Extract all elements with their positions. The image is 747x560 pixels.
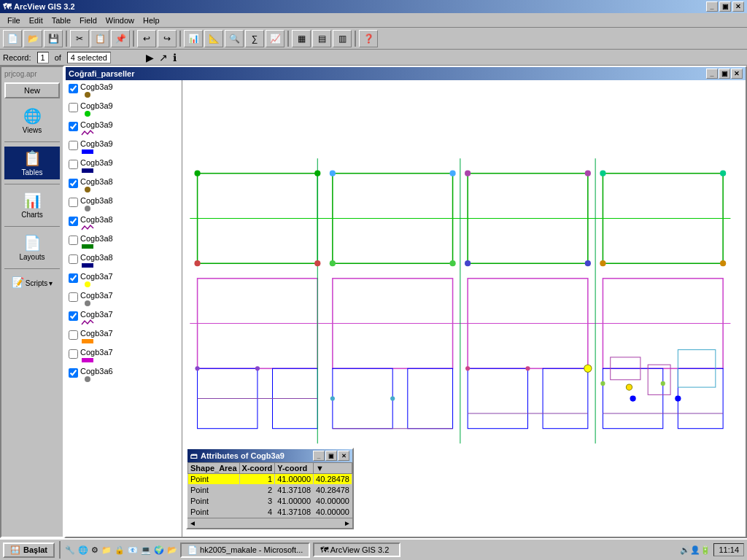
layer-item-1[interactable]: Cogb3a9 xyxy=(67,101,180,120)
toolbar-b2[interactable]: ▤ xyxy=(312,30,331,47)
layer-item-14[interactable]: Cogb3a7 xyxy=(67,347,180,366)
nav-pointer[interactable]: ▶ xyxy=(146,52,154,63)
toolbar-cut[interactable]: ✂ xyxy=(70,30,89,47)
menu-edit[interactable]: Edit xyxy=(25,15,47,26)
tray-icon7: 💻 xyxy=(141,545,151,555)
attr-row-2[interactable]: Point341.0000040.00000 xyxy=(188,496,352,507)
attr-row-0[interactable]: Point141.0000040.28478 xyxy=(188,474,352,485)
views-item[interactable]: 🌐 Views xyxy=(4,104,60,137)
start-button[interactable]: 🪟 Başlat xyxy=(3,542,55,558)
hscroll-left[interactable]: ◄ xyxy=(189,519,196,527)
attr-minimize[interactable]: _ xyxy=(313,451,325,461)
attr-row-1[interactable]: Point241.3710840.28478 xyxy=(188,485,352,496)
taskbar-arcview[interactable]: 🗺 ArcView GIS 3.2 xyxy=(313,542,400,557)
maximize-button[interactable]: ▣ xyxy=(719,1,731,12)
menu-table[interactable]: Table xyxy=(47,15,75,26)
toolbar-b1[interactable]: ▦ xyxy=(292,30,311,47)
minimize-button[interactable]: _ xyxy=(706,1,718,12)
cografi-close[interactable]: ✕ xyxy=(731,69,743,79)
hscroll-track[interactable] xyxy=(198,521,342,526)
layer-item-13[interactable]: Cogb3a7 xyxy=(67,328,180,347)
toolbar-stats[interactable]: 📈 xyxy=(266,30,285,47)
cografi-maximize[interactable]: ▣ xyxy=(719,69,730,79)
layer-checkbox-14[interactable] xyxy=(69,349,78,359)
layer-checkbox-7[interactable] xyxy=(69,217,78,226)
layouts-item[interactable]: 📄 Layouts xyxy=(4,231,60,264)
toolbar-copy[interactable]: 📋 xyxy=(90,30,109,47)
svg-point-39 xyxy=(465,171,471,176)
layer-checkbox-12[interactable] xyxy=(69,311,78,321)
hscroll-right[interactable]: ► xyxy=(344,519,351,527)
toolbar-new[interactable]: 📄 xyxy=(3,30,22,47)
nav-select[interactable]: ↗ xyxy=(159,52,168,63)
toolbar-help[interactable]: ❓ xyxy=(359,30,378,47)
map-area[interactable]: 🗃 Attributes of Cogb3a9 _ ▣ ✕ Shap xyxy=(182,80,746,537)
toolbar-save[interactable]: 💾 xyxy=(44,30,63,47)
toolbar-paste[interactable]: 📌 xyxy=(111,30,130,47)
layer-item-12[interactable]: Cogb3a7 xyxy=(67,309,180,328)
layer-checkbox-6[interactable] xyxy=(69,198,78,207)
layer-checkbox-0[interactable] xyxy=(69,84,78,93)
col-shape[interactable]: Shape_Area xyxy=(188,463,240,474)
taskbar-word[interactable]: 📄 hk2005_makale - Microsoft... xyxy=(180,542,310,558)
layer-info-2: Cogb3a9 xyxy=(80,120,113,138)
layer-checkbox-11[interactable] xyxy=(69,292,78,302)
layer-name-12: Cogb3a7 xyxy=(80,310,113,319)
layer-checkbox-10[interactable] xyxy=(69,273,78,283)
attr-row-3[interactable]: Point441.3710840.00000 xyxy=(188,507,352,518)
cografi-minimize[interactable]: _ xyxy=(706,69,718,79)
scripts-arrow[interactable]: ▾ xyxy=(49,279,53,287)
layer-item-11[interactable]: Cogb3a7 xyxy=(67,290,180,309)
layer-item-9[interactable]: Cogb3a8 xyxy=(67,252,180,271)
svg-point-53 xyxy=(330,396,335,400)
layer-checkbox-4[interactable] xyxy=(69,160,78,169)
charts-item[interactable]: 📊 Charts xyxy=(4,189,60,222)
attr-close[interactable]: ✕ xyxy=(338,451,349,461)
layer-item-6[interactable]: Cogb3a8 xyxy=(67,195,180,214)
toolbar-redo[interactable]: ↪ xyxy=(158,30,177,47)
layer-checkbox-3[interactable] xyxy=(69,141,78,150)
svg-point-40 xyxy=(585,171,591,176)
layer-item-3[interactable]: Cogb3a9 xyxy=(67,139,180,158)
scripts-item[interactable]: 📝 Scripts ▾ xyxy=(4,273,60,292)
svg-point-61 xyxy=(675,395,681,401)
menu-help[interactable]: Help xyxy=(139,15,164,26)
menu-field[interactable]: Field xyxy=(75,15,101,26)
layer-item-7[interactable]: Cogb3a8 xyxy=(67,214,180,233)
layer-checkbox-13[interactable] xyxy=(69,330,78,340)
toolbar-sum[interactable]: ∑ xyxy=(245,30,264,47)
layer-item-2[interactable]: Cogb3a9 xyxy=(67,120,180,139)
layer-checkbox-15[interactable] xyxy=(69,368,78,378)
layer-item-10[interactable]: Cogb3a7 xyxy=(67,271,180,290)
layer-checkbox-8[interactable] xyxy=(69,236,78,245)
toolbar-open[interactable]: 📂 xyxy=(23,30,42,47)
layer-item-5[interactable]: Cogb3a8 xyxy=(67,176,180,195)
close-button[interactable]: ✕ xyxy=(732,1,744,12)
menu-file[interactable]: File xyxy=(3,15,25,26)
layer-info-15: Cogb3a6 xyxy=(80,367,113,384)
new-button[interactable]: New xyxy=(4,82,60,98)
col-y[interactable]: Y-coord xyxy=(275,463,314,474)
toolbar-search[interactable]: 🔍 xyxy=(225,30,244,47)
layer-item-0[interactable]: Cogb3a9 xyxy=(67,82,180,101)
col-scroll-btn[interactable]: ▼ xyxy=(314,463,352,474)
layer-checkbox-5[interactable] xyxy=(69,179,78,188)
layer-checkbox-1[interactable] xyxy=(69,103,78,112)
attr-scroll[interactable]: Shape_Area X-coord Y-coord ▼ Point141.00… xyxy=(187,462,352,518)
svg-rect-10 xyxy=(82,339,93,343)
toolbar-b3[interactable]: ▥ xyxy=(333,30,352,47)
toolbar-undo[interactable]: ↩ xyxy=(137,30,156,47)
nav-info[interactable]: ℹ xyxy=(173,52,177,63)
toolbar-layout[interactable]: 📐 xyxy=(204,30,223,47)
layer-checkbox-2[interactable] xyxy=(69,122,78,131)
layer-item-8[interactable]: Cogb3a8 xyxy=(67,233,180,252)
layer-item-4[interactable]: Cogb3a9 xyxy=(67,158,180,176)
attr-hscroll[interactable]: ◄ ► xyxy=(187,518,352,528)
attr-maximize[interactable]: ▣ xyxy=(325,451,337,461)
menu-window[interactable]: Window xyxy=(101,15,139,26)
tables-item[interactable]: 📋 Tables xyxy=(4,147,60,179)
toolbar-chart[interactable]: 📊 xyxy=(184,30,203,47)
layer-item-15[interactable]: Cogb3a6 xyxy=(67,366,180,385)
layer-checkbox-9[interactable] xyxy=(69,254,78,264)
col-x[interactable]: X-coord xyxy=(239,463,275,474)
